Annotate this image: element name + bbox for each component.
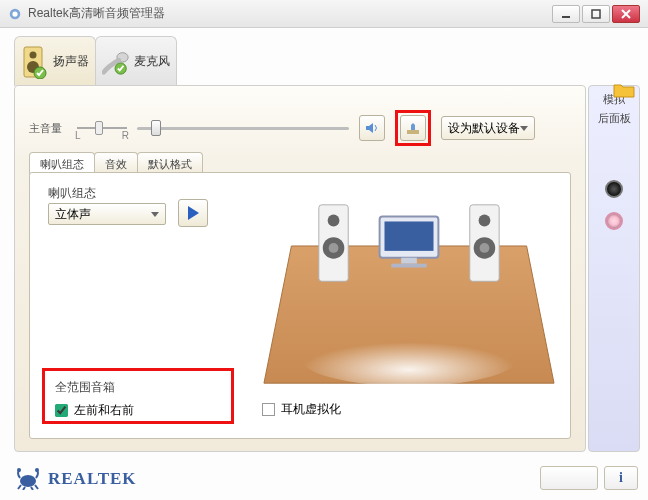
highlight-room-correction [395, 110, 431, 146]
minimize-button[interactable] [552, 5, 580, 23]
full-range-front-checkbox[interactable]: 左前和右前 [55, 402, 221, 419]
jack-mic-in[interactable] [605, 212, 623, 230]
window-controls [552, 5, 640, 23]
volume-row: 主音量 L R 设为默认设备 [29, 110, 535, 146]
room-illustration [262, 185, 556, 403]
full-range-group: 全范围音箱 左前和右前 [42, 368, 234, 424]
titlebar: Realtek高清晰音频管理器 [0, 0, 648, 28]
room-correction-button[interactable] [400, 115, 426, 141]
mic-icon [102, 46, 130, 78]
headphone-virt-box[interactable] [262, 403, 275, 416]
tab-mic-label: 麦克风 [134, 53, 170, 70]
full-range-front-input[interactable] [55, 404, 68, 417]
chevron-down-icon [520, 126, 528, 131]
footer-button-1[interactable] [540, 466, 598, 490]
svg-rect-16 [385, 221, 434, 250]
analog-panel: 模拟 后面板 [588, 85, 640, 452]
balance-slider[interactable]: L R [77, 116, 127, 140]
realtek-text: REALTEK [48, 469, 137, 489]
balance-l: L [75, 130, 81, 141]
folder-icon[interactable] [613, 82, 635, 98]
svg-point-1 [12, 11, 17, 16]
chevron-down-icon [151, 212, 159, 217]
speaker-panel: 主音量 L R 设为默认设备 [14, 85, 586, 452]
info-icon: i [619, 470, 623, 486]
volume-label: 主音量 [29, 121, 67, 136]
jack-line-out[interactable] [605, 180, 623, 198]
config-area: 喇叭组态 立体声 [29, 172, 571, 439]
default-device-label: 设为默认设备 [448, 120, 520, 137]
svg-point-29 [35, 468, 39, 472]
svg-point-27 [20, 475, 36, 487]
speaker-config-select[interactable]: 立体声 [48, 203, 166, 225]
maximize-button[interactable] [582, 5, 610, 23]
svg-point-7 [30, 51, 37, 58]
svg-rect-12 [407, 130, 419, 134]
speaker-config-value: 立体声 [55, 206, 91, 223]
device-tabs: 扬声器 麦克风 [14, 36, 176, 86]
svg-rect-17 [401, 258, 417, 264]
default-device-dropdown[interactable]: 设为默认设备 [441, 116, 535, 140]
svg-point-26 [480, 243, 490, 253]
full-range-title: 全范围音箱 [55, 379, 221, 396]
tab-mic[interactable]: 麦克风 [95, 36, 177, 86]
analog-sub: 后面板 [589, 111, 639, 126]
svg-point-20 [328, 215, 340, 227]
realtek-crab-icon [14, 468, 42, 490]
headphone-virt-checkbox[interactable]: 耳机虚拟化 [262, 401, 341, 418]
svg-point-22 [329, 243, 339, 253]
volume-slider[interactable] [137, 116, 349, 140]
svg-point-28 [17, 468, 21, 472]
test-play-button[interactable] [178, 199, 208, 227]
close-button[interactable] [612, 5, 640, 23]
footer-brand: REALTEK [14, 468, 137, 490]
speaker-icon [21, 46, 49, 78]
svg-rect-18 [391, 264, 426, 268]
svg-point-24 [479, 215, 491, 227]
window-title: Realtek高清晰音频管理器 [28, 5, 165, 22]
tab-speaker-label: 扬声器 [53, 53, 89, 70]
app-icon [8, 7, 22, 21]
footer-buttons: i [540, 466, 638, 490]
mute-button[interactable] [359, 115, 385, 141]
play-icon [188, 206, 199, 220]
full-range-front-label: 左前和右前 [74, 402, 134, 419]
svg-point-14 [301, 331, 517, 386]
info-button[interactable]: i [604, 466, 638, 490]
headphone-virt-label: 耳机虚拟化 [281, 401, 341, 418]
svg-rect-3 [592, 10, 600, 18]
tab-speaker[interactable]: 扬声器 [14, 36, 96, 86]
balance-r: R [122, 130, 129, 141]
config-label: 喇叭组态 [48, 185, 96, 202]
